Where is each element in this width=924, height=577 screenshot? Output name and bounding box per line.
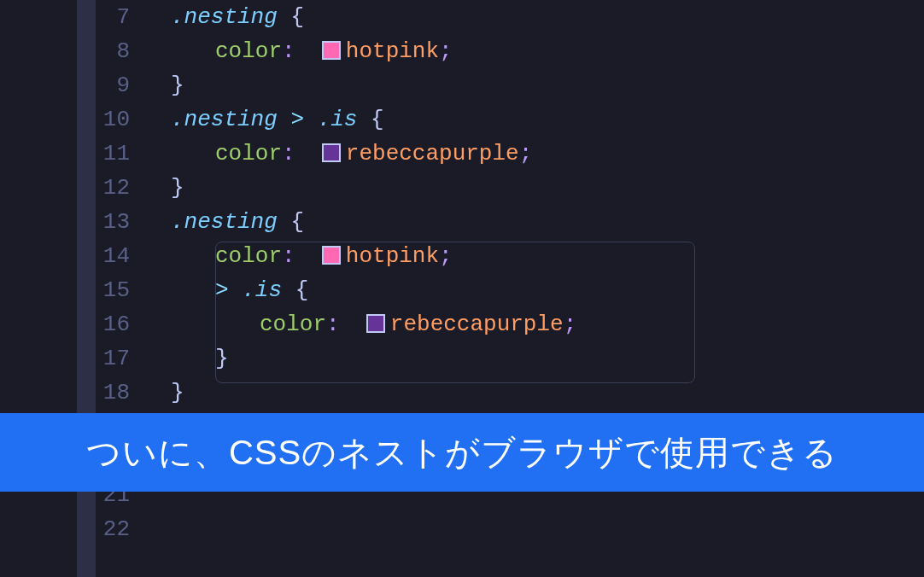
code-line[interactable]: .nesting { — [171, 205, 924, 239]
line-number: 8 — [0, 34, 130, 68]
color-swatch-icon[interactable] — [322, 246, 341, 265]
line-number: 10 — [0, 102, 130, 137]
brace: { — [371, 107, 384, 132]
color-swatch-icon[interactable] — [322, 41, 341, 60]
brace: } — [171, 175, 184, 201]
brace: { — [290, 209, 304, 235]
css-selector: .is — [242, 277, 282, 303]
css-combinator: > — [215, 277, 229, 303]
css-value: hotpink — [346, 38, 439, 64]
code-line[interactable] — [171, 512, 924, 546]
punctuation: ; — [439, 38, 453, 64]
brace: { — [295, 277, 309, 303]
line-number: 9 — [0, 68, 130, 102]
line-number: 11 — [0, 137, 130, 171]
punctuation: ; — [519, 141, 533, 166]
color-swatch-icon[interactable] — [322, 143, 341, 162]
line-number: 15 — [0, 273, 130, 307]
code-line[interactable]: .nesting { — [171, 0, 924, 34]
brace: { — [290, 4, 304, 30]
code-line[interactable]: } — [171, 68, 924, 102]
headline-banner: ついに、CSSのネストがブラウザで使用できる — [0, 413, 924, 492]
css-value: rebeccapurple — [346, 141, 519, 166]
punctuation: : — [282, 243, 295, 269]
css-selector: .nesting — [171, 209, 278, 235]
line-number: 18 — [0, 376, 130, 410]
punctuation: ; — [564, 312, 577, 337]
css-property: color — [215, 141, 282, 166]
line-number: 22 — [0, 512, 130, 546]
code-line[interactable]: color: hotpink; — [171, 34, 924, 68]
line-number: 14 — [0, 239, 130, 273]
code-line[interactable]: color: rebeccapurple; — [171, 137, 924, 171]
code-line[interactable]: } — [171, 171, 924, 205]
css-property: color — [260, 312, 326, 337]
line-number: 16 — [0, 307, 130, 341]
css-property: color — [215, 38, 282, 64]
css-value: hotpink — [346, 243, 439, 269]
code-line[interactable]: } — [171, 341, 924, 376]
brace: } — [215, 346, 229, 371]
css-value: rebeccapurple — [390, 312, 564, 337]
line-number: 7 — [0, 0, 130, 34]
punctuation: : — [282, 38, 295, 64]
line-number: 13 — [0, 205, 130, 239]
brace: } — [171, 73, 184, 98]
brace: } — [171, 380, 184, 405]
line-number: 17 — [0, 341, 130, 376]
color-swatch-icon[interactable] — [366, 314, 385, 333]
css-selector: .nesting — [171, 4, 278, 30]
code-line[interactable]: color: rebeccapurple; — [171, 307, 924, 341]
headline-text: ついに、CSSのネストがブラウザで使用できる — [86, 435, 838, 469]
code-line[interactable]: color: hotpink; — [171, 239, 924, 273]
code-line[interactable]: .nesting > .is { — [171, 102, 924, 137]
code-line[interactable]: > .is { — [171, 273, 924, 307]
css-combinator: > — [290, 107, 304, 132]
css-selector: .is — [318, 107, 358, 132]
css-property: color — [215, 243, 282, 269]
punctuation: : — [326, 312, 340, 337]
code-line[interactable]: } — [171, 376, 924, 410]
punctuation: : — [282, 141, 295, 166]
css-selector: .nesting — [171, 107, 278, 132]
punctuation: ; — [439, 243, 453, 269]
line-number: 12 — [0, 171, 130, 205]
